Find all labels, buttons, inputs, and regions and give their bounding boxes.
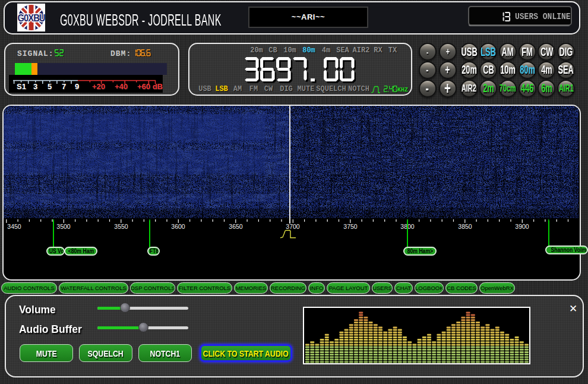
svg-text:G0XBU: G0XBU	[17, 12, 45, 23]
